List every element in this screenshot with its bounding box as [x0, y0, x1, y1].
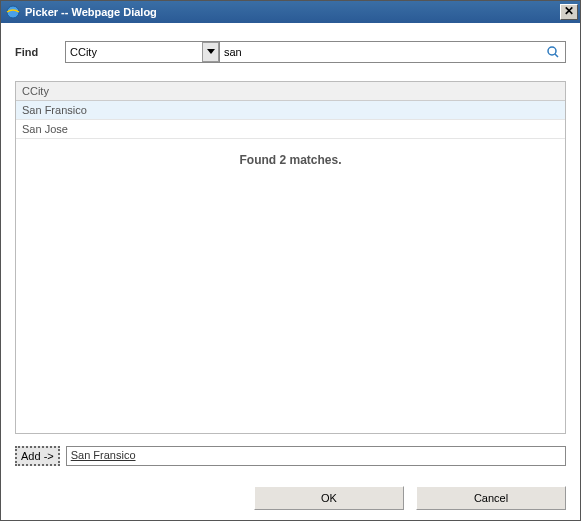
- titlebar: Picker -- Webpage Dialog ✕: [1, 1, 580, 23]
- search-button[interactable]: [541, 42, 565, 62]
- list-item[interactable]: San Fransico: [16, 101, 565, 120]
- close-button[interactable]: ✕: [560, 4, 578, 20]
- ie-icon: [5, 4, 21, 20]
- results-status: Found 2 matches.: [16, 139, 565, 181]
- find-row: Find CCity: [15, 41, 566, 63]
- svg-line-2: [555, 54, 558, 57]
- svg-point-0: [7, 6, 19, 18]
- window-title: Picker -- Webpage Dialog: [25, 6, 560, 18]
- ok-button[interactable]: OK: [254, 486, 404, 510]
- list-item[interactable]: San Jose: [16, 120, 565, 139]
- selected-value-box[interactable]: San Fransico: [66, 446, 566, 466]
- find-label: Find: [15, 46, 65, 58]
- add-button[interactable]: Add ->: [15, 446, 60, 466]
- chevron-down-icon: [202, 42, 219, 62]
- add-row: Add -> San Fransico: [15, 446, 566, 466]
- search-box: [220, 41, 566, 63]
- svg-point-1: [548, 47, 556, 55]
- results-list: CCity San Fransico San Jose Found 2 matc…: [15, 81, 566, 434]
- find-field-select[interactable]: CCity: [65, 41, 220, 63]
- cancel-button[interactable]: Cancel: [416, 486, 566, 510]
- search-input[interactable]: [220, 43, 541, 61]
- selected-value: San Fransico: [71, 449, 136, 461]
- search-icon: [546, 45, 560, 59]
- dialog-content: Find CCity CCity San Fransico San Jose F…: [1, 23, 580, 520]
- find-field-value: CCity: [70, 46, 97, 58]
- dialog-buttons: OK Cancel: [15, 486, 566, 510]
- results-column-header: CCity: [16, 82, 565, 101]
